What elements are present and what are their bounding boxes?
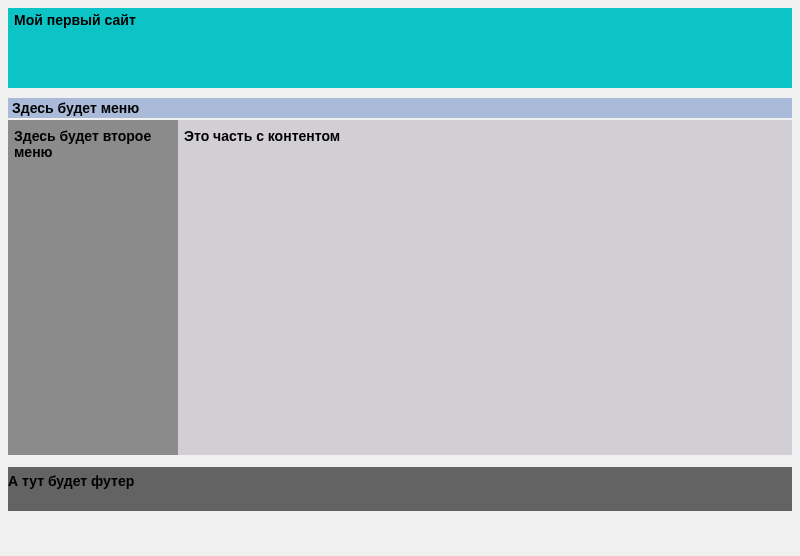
site-header: Мой первый сайт xyxy=(8,8,792,88)
content-text: Это часть с контентом xyxy=(184,128,340,144)
main-menu[interactable]: Здесь будет меню xyxy=(8,98,792,118)
sidebar-label: Здесь будет второе меню xyxy=(14,128,151,160)
footer-text: А тут будет футер xyxy=(8,473,134,489)
site-title: Мой первый сайт xyxy=(14,12,136,28)
content-area: Это часть с контентом xyxy=(178,120,792,455)
site-footer: А тут будет футер xyxy=(8,467,792,511)
menu-label: Здесь будет меню xyxy=(12,100,139,116)
sidebar-menu[interactable]: Здесь будет второе меню xyxy=(8,120,178,455)
main-section: Здесь будет второе меню Это часть с конт… xyxy=(8,120,792,455)
